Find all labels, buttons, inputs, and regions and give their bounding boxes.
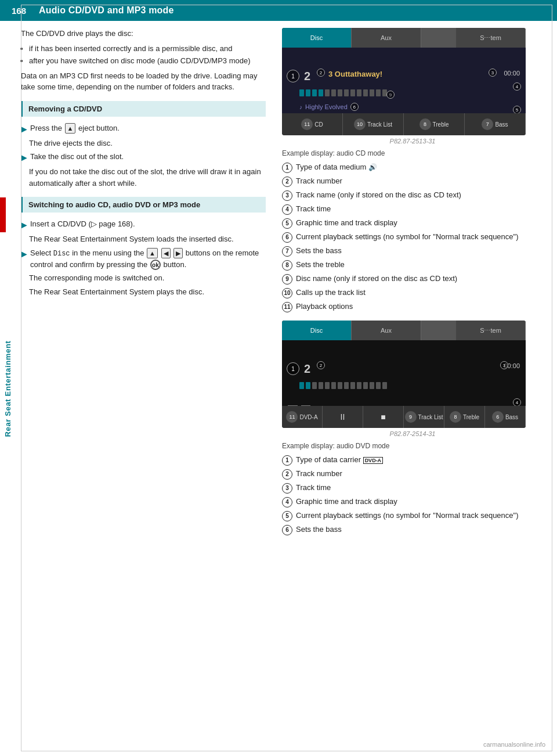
cd-item-1-text: Type of data medium 🔊 <box>296 162 377 172</box>
cd-num-2: 2 <box>282 177 292 187</box>
remove-step-1-text: Press the ▲ eject button. <box>30 123 266 134</box>
arrow-icon-2: ▶ <box>21 152 27 164</box>
left-column: The CD/DVD drive plays the disc: if it h… <box>21 28 276 538</box>
cd-btn-10: 10Track List <box>343 113 404 135</box>
page-border-right <box>552 5 552 751</box>
cd-btn-8: 8Treble <box>404 113 465 135</box>
cd-item-7-text: Sets the bass <box>296 246 342 256</box>
cd-tab-bar: Disc Aux S⋯tem <box>282 28 526 48</box>
dvd-num-5: 5 <box>282 511 292 521</box>
cd-item-4-text: Track time <box>296 204 331 214</box>
cd-item-9: 9 Disc name (only if stored on the disc … <box>282 273 543 285</box>
up-button-icon: ▲ <box>147 248 158 259</box>
cd-item-2-text: Track number <box>296 176 342 186</box>
callout-8-cd: 8 <box>419 118 431 130</box>
callout-4-dvd: 4 <box>513 398 521 406</box>
removing-title: Removing a CD/DVD <box>28 105 102 113</box>
bullet-item-2: after you have switched on disc mode (au… <box>29 55 266 67</box>
cd-tab-aux: Aux <box>352 28 421 48</box>
cd-num-5: 5 <box>282 218 292 229</box>
page-number: 168 <box>9 6 28 16</box>
callout-2-dvd: 2 <box>317 361 325 369</box>
cd-num-4: 4 <box>282 204 292 215</box>
cd-item-3-text: Track name (only if stored on the disc a… <box>296 190 461 200</box>
dvd-items-list: 1 Type of data carrier DVD-A 2 Track num… <box>282 455 543 535</box>
cd-btn-bar: 11CD 10Track List 8Treble 7Bass <box>282 113 526 135</box>
dvd-btn-treble: 8Treble <box>444 406 485 428</box>
dvd-num-2: 2 <box>282 469 292 480</box>
cd-item-2: 2 Track number <box>282 176 543 187</box>
switch-step-1-sub: The Rear Seat Entertainment System loads… <box>29 233 266 245</box>
dvd-screen-sim: Disc Aux S⋯tem 1 2 2 00:00 3 <box>282 321 526 428</box>
dvd-item-6: 6 Sets the bass <box>282 524 543 535</box>
right-button-icon: ▶ <box>173 248 183 259</box>
dvd-item-6-text: Sets the bass <box>296 524 342 535</box>
callout-9-cd: 9 <box>386 91 395 99</box>
callout-4-cd: 4 <box>513 82 521 91</box>
callout-1-cd: 1 <box>287 70 299 82</box>
callout-5-cd: 5 <box>513 106 521 114</box>
left-button-icon: ◀ <box>161 248 171 259</box>
cd-center-display: 1 2 2 3 Outtathaway! 3 00:00 <box>282 48 526 113</box>
dvd-num-6: 6 <box>282 525 292 535</box>
note-text: Data on an MP3 CD first needs to be load… <box>21 70 266 93</box>
switching-section-box: Switching to audio CD, audio DVD or MP3 … <box>21 197 266 213</box>
cd-item-8-text: Sets the treble <box>296 260 345 270</box>
callout-9-dvd: 9 <box>405 411 417 423</box>
cd-tab-spacer <box>421 28 456 48</box>
switch-step-2: ▶ Select Disc in the menu using the ▲ ◀ … <box>21 247 266 271</box>
dvd-center-display: 1 2 2 00:00 3 <box>282 340 526 406</box>
cd-screen-sim: Disc Aux S⋯tem 1 2 2 3 Outtathaway! <box>282 28 526 135</box>
remove-step-1-sub: The drive ejects the disc. <box>29 138 266 149</box>
dvd-item-2-text: Track number <box>296 469 342 479</box>
ok-button-icon: ok <box>150 260 161 270</box>
arrow-icon-4: ▶ <box>21 248 27 260</box>
cd-item-11-text: Playback options <box>296 301 353 312</box>
cd-item-11: 11 Playback options <box>282 301 543 312</box>
callout-1-dvd: 1 <box>287 362 299 375</box>
cd-display-image: Disc Aux S⋯tem 1 2 2 3 Outtathaway! <box>282 28 526 135</box>
callout-8-dvd: 8 <box>450 411 461 423</box>
callout-6-dvd: 6 <box>492 411 504 423</box>
page-border-bottom <box>21 751 552 751</box>
cd-item-10: 10 Calls up the track list <box>282 287 543 298</box>
callout-3-dvd: 3 <box>500 361 508 369</box>
dvd-tab-aux: Aux <box>352 321 421 340</box>
cd-progress-area <box>299 89 508 99</box>
switching-title: Switching to audio CD, audio DVD or MP3 … <box>28 200 200 209</box>
cd-item-6: 6 Current playback settings (no symbol f… <box>282 232 543 243</box>
switch-step-2-sub-1: The corresponding mode is switched on. <box>29 272 266 284</box>
removing-instructions: ▶ Press the ▲ eject button. The drive ej… <box>21 123 266 189</box>
remove-step-2-sub: If you do not take the disc out of the s… <box>29 166 266 189</box>
page-border-left <box>21 5 21 751</box>
page-border-top <box>21 5 552 5</box>
cd-num-8: 8 <box>282 260 292 271</box>
dvd-item-1: 1 Type of data carrier DVD-A <box>282 455 543 466</box>
dvd-item-4: 4 Graphic time and track display <box>282 496 543 507</box>
dvd-tab-spacer <box>421 321 456 340</box>
sidebar: Rear Seat Entertainment <box>0 21 16 756</box>
cd-item-10-text: Calls up the track list <box>296 287 366 298</box>
watermark: carmanualsonline.info <box>483 741 545 748</box>
dvd-track-number: 2 <box>304 362 310 376</box>
sidebar-label-text: Rear Seat Entertainment <box>4 340 13 437</box>
dvd-btn-bass: 6Bass <box>485 406 526 428</box>
cd-num-1: 1 <box>282 163 292 173</box>
cd-tab-system: S⋯tem <box>456 28 526 48</box>
dvd-btn-bar: 11DVD-A II ■ 9Track List 8Treble 6Bass <box>282 406 526 428</box>
dvd-item-4-text: Graphic time and track display <box>296 496 397 507</box>
intro-text: The CD/DVD drive plays the disc: <box>21 28 266 39</box>
remove-step-1: ▶ Press the ▲ eject button. <box>21 123 266 135</box>
disc-code: Disc <box>53 250 70 258</box>
cd-time: 00:00 <box>504 70 520 77</box>
cd-track-sub: ♪ Highly Evolved 6 <box>299 103 359 111</box>
cd-track-name: 3 Outtathaway! <box>328 70 382 78</box>
switch-step-1: ▶ Insert a CD/DVD (▷ page 168). <box>21 218 266 231</box>
callout-6-cd: 6 <box>350 103 359 111</box>
cd-item-5-text: Graphic time and track display <box>296 218 397 228</box>
switch-step-2-sub-2: The Rear Seat Entertainment System plays… <box>29 286 266 298</box>
cd-item-1: 1 Type of data medium 🔊 <box>282 162 543 173</box>
cd-btn-7: 7Bass <box>465 113 526 135</box>
callout-2-cd: 2 <box>317 69 325 77</box>
cd-track-number: 2 <box>304 70 310 83</box>
